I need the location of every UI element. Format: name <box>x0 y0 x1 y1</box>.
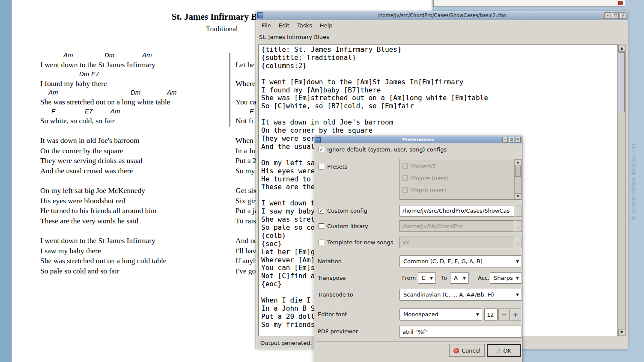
lyric-line: And the usual crowd was there <box>40 166 237 176</box>
custom-config-label: Custom config <box>327 208 367 214</box>
chord-line: AmDmAm <box>40 89 237 97</box>
preset-label: Modern3 <box>411 163 435 169</box>
close-button[interactable]: × <box>515 137 521 142</box>
lyric-line: I went down to the St James Infirmary <box>40 236 237 246</box>
ok-button[interactable]: ☝ OK <box>487 344 521 357</box>
scrollbar-thumb[interactable] <box>619 52 625 112</box>
scroll-up-button[interactable]: ▲ <box>515 159 521 165</box>
transpose-from-select[interactable]: E ▼ <box>418 272 436 284</box>
minimize-button[interactable]: – <box>604 12 611 19</box>
chord-line: DmE7 <box>40 70 237 79</box>
menu-file[interactable]: File <box>258 21 275 30</box>
pdf-previewer-input[interactable] <box>400 326 522 338</box>
minimize-button[interactable]: – <box>502 137 508 142</box>
menu-edit[interactable]: Edit <box>275 21 293 30</box>
lyric-line: I found my baby there <box>40 79 237 89</box>
chord-line: FE7Am <box>40 107 237 116</box>
scroll-up-button[interactable]: ▲ <box>618 45 625 52</box>
chord-F: F <box>51 107 55 115</box>
transpose-to-value: A <box>454 275 460 281</box>
transpose-to-select[interactable]: A ▼ <box>450 272 469 284</box>
custom-config-checkbox[interactable]: ✓ <box>319 208 324 214</box>
maximize-button[interactable]: □ <box>509 137 514 142</box>
watermark: © screenshots.debian.net <box>630 118 639 246</box>
lyric-line: So white, so cold, so fair <box>40 116 237 126</box>
font-size-increase-button[interactable]: + <box>510 309 521 320</box>
lyric-line: They were serving drinks as usual <box>40 156 237 166</box>
ok-hand-icon: ☝ <box>497 347 501 354</box>
font-size-decrease-button[interactable]: − <box>498 309 510 320</box>
menu-tasks[interactable]: Tasks <box>293 21 316 30</box>
notation-select[interactable]: Common (C, D, E, F, G, A, B) ▼ <box>400 255 522 267</box>
menu-bar: FileEditTasksHelp <box>256 20 628 31</box>
accidentals-label: Acc. <box>478 275 489 281</box>
song-tab[interactable]: St. James Infirmary Blues <box>259 34 329 40</box>
cancel-icon: ✕ <box>453 348 459 353</box>
transcode-select[interactable]: Scandinavian (C, ... A, A#/Bb, H) ▼ <box>400 289 522 301</box>
accidentals-select[interactable]: Sharps ▼ <box>490 272 522 284</box>
scroll-down-button[interactable]: ▼ <box>618 329 625 336</box>
window-icon <box>316 137 321 142</box>
lyric-line: On my left sat big Joe McKennedy <box>40 186 237 196</box>
preferences-titlebar[interactable]: Preferences –□× <box>314 136 522 143</box>
template-checkbox[interactable] <box>319 240 324 245</box>
chord-Dm: Dm <box>131 89 140 96</box>
background-window-close-button[interactable] <box>618 1 623 5</box>
close-button[interactable]: × <box>620 12 626 19</box>
preset-checkbox <box>402 163 408 169</box>
chevron-down-icon: ▼ <box>430 276 433 280</box>
lyric-line: His eyes were bloodshot red <box>40 196 237 206</box>
scroll-down-button[interactable]: ▼ <box>515 193 521 199</box>
editor-font-select[interactable]: Monospaced ▼ <box>400 309 482 320</box>
window-controls: –□× <box>604 12 626 19</box>
custom-library-checkbox[interactable] <box>319 223 324 229</box>
editor-titlebar[interactable]: /home/jv/src/ChordPro/Cases/ShowCases/ba… <box>256 11 628 20</box>
ok-button-label: OK <box>503 347 511 354</box>
window-icon <box>257 12 263 18</box>
notation-value: Common (C, D, E, F, G, A, B) <box>403 258 513 264</box>
button-separator <box>316 341 520 342</box>
chevron-down-icon: ▼ <box>516 293 519 297</box>
menu-help[interactable]: Help <box>316 21 337 30</box>
editor-font-label: Editor font <box>318 311 347 317</box>
lyric-line: These are the very words he said <box>40 216 237 226</box>
chord-E7: E7 <box>85 107 92 115</box>
notation-label: Notation <box>318 258 342 264</box>
presets-listbox: Modern3Mojore (user)Mspro (user)Msttcore… <box>400 159 522 200</box>
chord-E7: E7 <box>91 70 99 77</box>
window-controls: –□× <box>502 137 521 142</box>
preset-checkbox <box>402 187 408 193</box>
lyric-line: I saw my baby there <box>40 246 237 256</box>
preset-item: Msttcorefonts (user) <box>400 196 514 199</box>
scrollbar-thumb[interactable] <box>515 166 521 177</box>
custom-config-browse-button[interactable]: ... <box>515 205 522 217</box>
chord-Am: Am <box>142 51 152 59</box>
template-input <box>400 237 514 248</box>
transpose-label: Transpose <box>318 275 346 281</box>
lyric-line: So pale so cold and so fair <box>40 266 237 276</box>
chord-Am: Am <box>48 89 58 96</box>
preset-checkbox <box>402 175 408 181</box>
font-size-input[interactable] <box>484 309 498 320</box>
custom-config-input[interactable] <box>400 205 514 217</box>
preset-item: Modern3 <box>400 160 514 172</box>
tab-row: St. James Infirmary Blues <box>256 31 628 43</box>
transpose-to-label: To <box>441 275 447 281</box>
custom-library-input <box>400 220 514 232</box>
chord-line: AmDmAm <box>40 51 237 60</box>
presets-scrollbar[interactable]: ▲ ▼ <box>514 159 521 199</box>
cancel-button[interactable]: ✕ Cancel <box>449 344 485 357</box>
presets-checkbox[interactable] <box>319 164 324 169</box>
custom-library-browse-button: ... <box>515 220 522 232</box>
ignore-default-configs-checkbox[interactable]: ✓ <box>319 147 324 152</box>
lyric-line: It was down in old Joe's barroom <box>40 136 237 146</box>
background-window-edge <box>433 0 625 7</box>
editor-vertical-scrollbar[interactable]: ▲ ▼ <box>618 45 626 336</box>
maximize-button[interactable]: □ <box>612 12 619 19</box>
stanza-gap <box>40 176 237 186</box>
editor-window-title: /home/jv/src/ChordPro/Cases/ShowCases/ba… <box>256 12 628 18</box>
lyric-line: She was stretched out on a long white ta… <box>40 97 237 107</box>
lyric-line: He turned to his friends all around him <box>40 206 237 216</box>
template-label: Template for new songs <box>327 239 393 246</box>
custom-library-label: Custom library <box>327 223 368 229</box>
